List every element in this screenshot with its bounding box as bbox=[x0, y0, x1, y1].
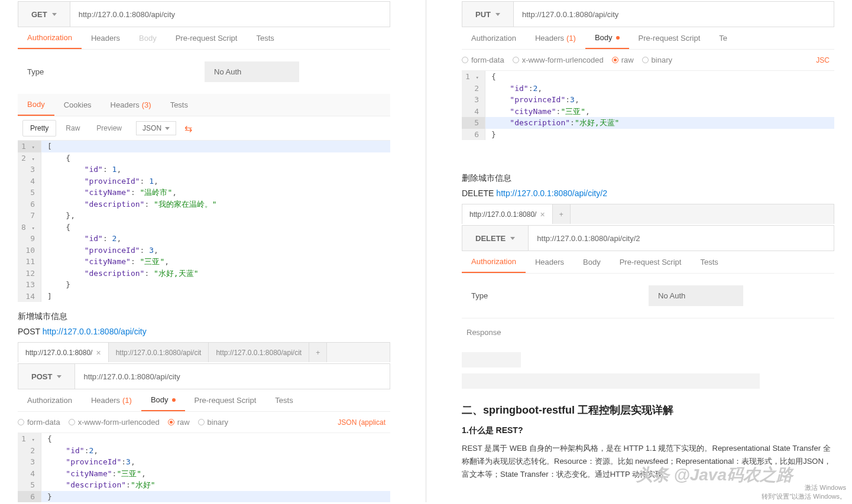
resp-tab-body[interactable]: Body bbox=[18, 94, 54, 116]
get-response-body: 1 ▾[ 2 ▾ { 3 "id": 1, 4 "provinceId": 1,… bbox=[18, 141, 390, 302]
chevron-down-icon bbox=[510, 237, 515, 240]
auth-type-select[interactable]: No Auth bbox=[205, 61, 299, 82]
tab-prereq[interactable]: Pre-request Script bbox=[629, 27, 710, 49]
tab-tests[interactable]: Tests bbox=[691, 251, 727, 273]
radio-raw[interactable]: raw bbox=[612, 56, 634, 64]
post-req-tabs: Authorization Headers (1) Body Pre-reque… bbox=[18, 389, 390, 412]
post-url-input[interactable]: http://127.0.0.1:8080/api/city bbox=[75, 364, 390, 389]
dot-icon bbox=[172, 398, 176, 402]
delete-link[interactable]: http://127.0.0.1:8080/api/city/2 bbox=[496, 188, 607, 198]
delete-link-line: DELETE http://127.0.0.1:8080/api/city/2 bbox=[462, 188, 834, 198]
right-column: PUT http://127.0.0.1:8080/api/city Autho… bbox=[462, 0, 834, 502]
tab-body[interactable]: Body bbox=[141, 389, 185, 411]
delete-url-input[interactable]: http://127.0.0.1:8080/api/city/2 bbox=[529, 226, 834, 251]
column-divider bbox=[426, 0, 426, 502]
put-body-type-radios: form-data x-www-form-urlencoded raw bina… bbox=[462, 50, 834, 71]
windows-activation-notice: 激活 Windows 转到"设置"以激活 Windows。 bbox=[762, 483, 847, 500]
auth-type-label: Type bbox=[27, 67, 205, 76]
tab-tests[interactable]: Tests bbox=[247, 27, 283, 49]
tab-prereq[interactable]: Pre-request Script bbox=[185, 389, 266, 411]
radio-urlenc[interactable]: x-www-form-urlencoded bbox=[69, 418, 160, 427]
response-placeholder bbox=[462, 373, 760, 389]
dot-icon bbox=[616, 36, 620, 40]
response-label: Response bbox=[462, 318, 834, 346]
post-link[interactable]: http://127.0.0.1:8080/api/city bbox=[43, 327, 147, 336]
article-subheading: 1.什么是 REST? bbox=[462, 425, 834, 436]
auth-type-label: Type bbox=[471, 291, 649, 300]
req-tab[interactable]: http://127.0.0.1:8080/× bbox=[18, 343, 109, 362]
radio-raw[interactable]: raw bbox=[168, 418, 190, 427]
response-placeholder bbox=[462, 352, 521, 368]
radio-binary[interactable]: binary bbox=[198, 418, 228, 427]
post-heading: 新增城市信息 bbox=[18, 311, 390, 322]
chevron-down-icon bbox=[495, 13, 500, 16]
close-icon[interactable]: × bbox=[96, 348, 101, 357]
tab-tests[interactable]: Tests bbox=[265, 389, 302, 411]
auth-row: Type No Auth bbox=[18, 50, 390, 94]
resp-tab-tests[interactable]: Tests bbox=[161, 94, 197, 116]
post-request-tabs: http://127.0.0.1:8080/× http://127.0.0.1… bbox=[18, 342, 390, 362]
resp-tab-headers[interactable]: Headers (3) bbox=[101, 94, 161, 116]
put-req-tabs: Authorization Headers (1) Body Pre-reque… bbox=[462, 27, 834, 50]
post-method-dropdown[interactable]: POST bbox=[18, 364, 75, 389]
put-method-dropdown[interactable]: PUT bbox=[462, 2, 514, 27]
post-link-line: POST http://127.0.0.1:8080/api/city bbox=[18, 327, 390, 336]
add-tab-button[interactable]: + bbox=[309, 343, 327, 362]
tab-body[interactable]: Body bbox=[574, 251, 610, 273]
get-url-input[interactable]: http://127.0.0.1:8080/api/city bbox=[70, 2, 390, 27]
put-url-input[interactable]: http://127.0.0.1:8080/api/city bbox=[514, 2, 834, 27]
tab-tests[interactable]: Te bbox=[710, 27, 737, 49]
view-preview[interactable]: Preview bbox=[89, 121, 129, 136]
tab-authorization[interactable]: Authorization bbox=[462, 27, 526, 49]
get-request-tabs: Authorization Headers Body Pre-request S… bbox=[18, 27, 390, 50]
get-method-bar: GET http://127.0.0.1:8080/api/city bbox=[18, 1, 390, 27]
get-method-dropdown[interactable]: GET bbox=[18, 2, 70, 27]
tab-body[interactable]: Body bbox=[129, 27, 166, 49]
tab-prereq[interactable]: Pre-request Script bbox=[610, 251, 691, 273]
add-tab-button[interactable]: + bbox=[553, 204, 571, 224]
view-raw[interactable]: Raw bbox=[59, 121, 87, 136]
content-type-link[interactable]: JSON (applicat bbox=[338, 418, 385, 427]
delete-heading: 删除城市信息 bbox=[462, 173, 834, 184]
req-tab[interactable]: http://127.0.0.1:8080/× bbox=[462, 204, 553, 224]
delete-auth-row: Type No Auth bbox=[462, 274, 834, 318]
tab-authorization[interactable]: Authorization bbox=[462, 251, 526, 273]
close-icon[interactable]: × bbox=[540, 210, 545, 219]
tab-authorization[interactable]: Authorization bbox=[18, 27, 82, 49]
resp-tab-cookies[interactable]: Cookies bbox=[54, 94, 101, 116]
chevron-down-icon bbox=[57, 375, 61, 378]
tab-headers[interactable]: Headers (1) bbox=[526, 27, 585, 49]
put-body-editor[interactable]: 1 ▾{ 2 "id":2, 3 "provinceId":3, 4 "city… bbox=[462, 71, 834, 140]
delete-method-dropdown[interactable]: DELETE bbox=[462, 226, 529, 251]
tab-headers[interactable]: Headers bbox=[526, 251, 574, 273]
body-type-radios: form-data x-www-form-urlencoded raw bina… bbox=[18, 412, 390, 433]
tab-body[interactable]: Body bbox=[585, 27, 629, 49]
delete-req-tabs: Authorization Headers Body Pre-request S… bbox=[462, 251, 834, 274]
req-tab[interactable]: http://127.0.0.1:8080/api/cit bbox=[109, 343, 209, 362]
radio-binary[interactable]: binary bbox=[642, 56, 672, 64]
view-pretty[interactable]: Pretty bbox=[22, 120, 56, 136]
get-response-tabs: Body Cookies Headers (3) Tests bbox=[18, 94, 390, 116]
wrap-icon[interactable]: ⇆ bbox=[184, 123, 192, 134]
auth-type-select[interactable]: No Auth bbox=[649, 285, 743, 306]
radio-urlenc[interactable]: x-www-form-urlencoded bbox=[513, 56, 604, 64]
tab-prereq[interactable]: Pre-request Script bbox=[166, 27, 247, 49]
post-method-bar: POST http://127.0.0.1:8080/api/city bbox=[18, 363, 390, 389]
put-method-bar: PUT http://127.0.0.1:8080/api/city bbox=[462, 1, 834, 27]
tab-authorization[interactable]: Authorization bbox=[18, 389, 82, 411]
content-type-link[interactable]: JSC bbox=[816, 56, 830, 64]
radio-formdata[interactable]: form-data bbox=[462, 56, 504, 64]
chevron-down-icon bbox=[52, 13, 57, 16]
tab-headers[interactable]: Headers (1) bbox=[82, 389, 141, 411]
method-label: GET bbox=[31, 10, 47, 19]
post-body-editor[interactable]: 1 ▾{ 2 "id":2, 3 "provinceId":3, 4 "city… bbox=[18, 433, 390, 502]
req-tab[interactable]: http://127.0.0.1:8080/api/cit bbox=[209, 343, 309, 362]
tab-headers[interactable]: Headers bbox=[82, 27, 129, 49]
article-heading: 二、springboot-restful 工程控制层实现详解 bbox=[462, 403, 834, 417]
delete-method-bar: DELETE http://127.0.0.1:8080/api/city/2 bbox=[462, 225, 834, 251]
view-bar: Pretty Raw Preview JSON ⇆ bbox=[18, 116, 390, 141]
delete-request-tabs: http://127.0.0.1:8080/× + bbox=[462, 204, 834, 224]
radio-formdata[interactable]: form-data bbox=[18, 418, 60, 427]
format-dropdown[interactable]: JSON bbox=[136, 121, 176, 135]
left-column: GET http://127.0.0.1:8080/api/city Autho… bbox=[18, 0, 390, 502]
